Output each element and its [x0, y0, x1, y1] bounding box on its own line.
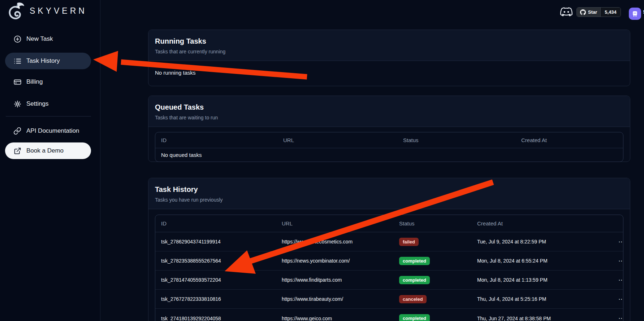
task-id: tsk_278629043741199914: [155, 239, 276, 245]
credit-card-icon: [13, 78, 22, 86]
status-badge: failed: [399, 238, 419, 246]
card-title: Running Tasks: [155, 37, 623, 45]
app-root: SKYVERN New Task Task History: [0, 0, 644, 321]
column-header-id: ID: [155, 137, 277, 143]
task-url: https://www.tirabeauty.com/: [276, 296, 393, 302]
robot-avatar-icon: [631, 10, 639, 17]
task-url: https://news.ycombinator.com/: [276, 258, 393, 264]
sidebar-item-task-history[interactable]: Task History: [5, 53, 91, 69]
queued-tasks-table: ID URL Status Created At No queued tasks: [155, 132, 623, 162]
task-history-card: Task History Tasks you have run previous…: [148, 178, 630, 321]
github-star-label: Star: [588, 9, 597, 15]
task-history-row-1[interactable]: tsk_278629043741199914 https://www.tarte…: [155, 232, 623, 251]
task-history-header: Task History Tasks you have run previous…: [148, 178, 630, 209]
card-subtitle: Tasks you have run previously: [155, 197, 623, 203]
task-created-at: Mon, Jul 8, 2024 at 6:55:24 PM: [471, 258, 616, 264]
column-header-url: URL: [276, 220, 393, 227]
github-star-widget[interactable]: Star 5,434: [576, 7, 621, 17]
queued-tasks-body: ID URL Status Created At No queued tasks: [148, 127, 630, 165]
github-star-button[interactable]: Star: [577, 8, 600, 17]
sidebar-item-label: Settings: [26, 100, 48, 107]
table-header-row: ID URL Status Created At: [155, 132, 623, 148]
link-icon: [13, 127, 22, 135]
task-history-row-5[interactable]: tsk_274180139292204058 https://www.geico…: [155, 309, 623, 321]
discord-icon[interactable]: [559, 6, 573, 18]
card-subtitle: Tasks that are waiting to run: [155, 115, 623, 120]
running-tasks-card: Running Tasks Tasks that are currently r…: [148, 30, 630, 86]
task-created-at: Thu, Jun 27, 2024 at 8:38:58 PM: [471, 316, 616, 321]
external-link-icon: [13, 146, 22, 155]
sidebar-item-label: New Task: [26, 35, 53, 43]
task-history-body: ID URL Status Created At tsk_27862904374…: [148, 209, 630, 321]
task-id: tsk_278235388555267564: [155, 258, 276, 264]
sidebar-item-label: Book a Demo: [26, 147, 64, 154]
running-tasks-empty-text: No running tasks: [155, 70, 196, 76]
status-badge: completed: [399, 276, 430, 284]
queued-tasks-header: Queued Tasks Tasks that are waiting to r…: [148, 96, 630, 127]
avatar[interactable]: [629, 8, 641, 20]
column-header-status: Status: [397, 137, 515, 143]
column-header-status: Status: [393, 220, 471, 227]
brand-logo[interactable]: SKYVERN: [7, 2, 87, 20]
task-created-at: Thu, Jul 4, 2024 at 5:25:16 PM: [471, 296, 616, 302]
task-url: https://www.finditparts.com: [276, 277, 393, 283]
gear-icon: [13, 100, 22, 108]
task-history-row-3[interactable]: tsk_278147405593572204 https://www.findi…: [155, 271, 623, 290]
task-created-at: Mon, Jul 8, 2024 at 1:13:59 PM: [471, 277, 616, 283]
card-title: Queued Tasks: [155, 103, 623, 111]
sidebar-item-billing[interactable]: Billing: [5, 74, 91, 90]
queued-tasks-empty-text: No queued tasks: [155, 148, 623, 162]
task-history-row-4[interactable]: tsk_276727822333810816 https://www.tirab…: [155, 290, 623, 309]
row-actions-menu-icon[interactable]: ⋯: [616, 315, 623, 321]
task-id: tsk_276727822333810816: [155, 296, 276, 302]
column-header-id: ID: [155, 220, 276, 227]
running-tasks-body: No running tasks: [148, 61, 630, 84]
status-badge: canceled: [399, 295, 427, 303]
skyvern-dragon-icon: [7, 2, 26, 20]
card-title: Task History: [155, 185, 623, 194]
plus-circle-icon: [13, 35, 22, 43]
sidebar-item-label: Billing: [26, 78, 43, 85]
running-tasks-header: Running Tasks Tasks that are currently r…: [148, 30, 630, 61]
github-star-count[interactable]: 5,434: [600, 8, 621, 17]
task-id: tsk_278147405593572204: [155, 277, 276, 283]
task-id: tsk_274180139292204058: [155, 316, 276, 321]
task-url: https://www.tartecosmetics.com: [276, 239, 393, 245]
row-actions-menu-icon[interactable]: ⋯: [616, 276, 623, 284]
queued-tasks-card: Queued Tasks Tasks that are waiting to r…: [148, 96, 630, 162]
card-subtitle: Tasks that are currently running: [155, 49, 623, 54]
brand-name: SKYVERN: [30, 6, 87, 16]
sidebar-divider: [6, 116, 91, 116]
row-actions-menu-icon[interactable]: ⋯: [616, 238, 623, 246]
sidebar-item-label: Task History: [26, 57, 60, 65]
status-badge: completed: [399, 257, 430, 265]
github-icon: [580, 9, 586, 15]
column-header-created-at: Created At: [471, 220, 616, 227]
sidebar-item-settings[interactable]: Settings: [5, 96, 91, 112]
task-url: https://www.geico.com: [276, 316, 393, 321]
task-created-at: Tue, Jul 9, 2024 at 8:22:59 PM: [471, 239, 616, 245]
task-history-table: ID URL Status Created At tsk_27862904374…: [155, 215, 623, 321]
sidebar-item-api-documentation[interactable]: API Documentation: [5, 123, 91, 139]
row-actions-menu-icon[interactable]: ⋯: [616, 257, 623, 265]
column-header-created-at: Created At: [515, 137, 623, 143]
list-icon: [13, 57, 22, 65]
sidebar: SKYVERN New Task Task History: [0, 0, 100, 321]
sidebar-item-book-a-demo[interactable]: Book a Demo: [5, 142, 91, 159]
row-actions-menu-icon[interactable]: ⋯: [616, 295, 623, 303]
sidebar-item-new-task[interactable]: New Task: [5, 31, 91, 47]
task-history-row-2[interactable]: tsk_278235388555267564 https://news.ycom…: [155, 251, 623, 271]
sidebar-item-label: API Documentation: [26, 127, 79, 135]
status-badge: completed: [399, 314, 430, 321]
column-header-url: URL: [277, 137, 397, 143]
table-header-row: ID URL Status Created At: [155, 215, 623, 232]
